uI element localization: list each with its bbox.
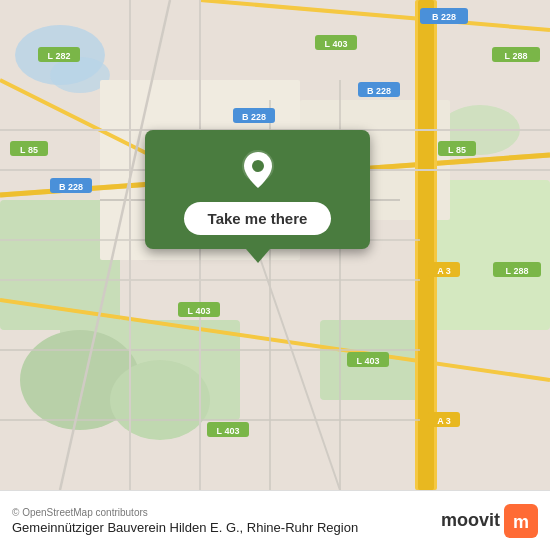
moovit-text: moovit — [441, 510, 500, 531]
svg-text:L 85: L 85 — [20, 145, 38, 155]
svg-text:L 403: L 403 — [217, 426, 240, 436]
bottom-text-group: © OpenStreetMap contributors Gemeinnützi… — [12, 507, 358, 535]
svg-text:L 282: L 282 — [48, 51, 71, 61]
svg-text:B 228: B 228 — [432, 12, 456, 22]
map-container: B 228 L 282 L 403 B 228 L 288 L 85 B 228… — [0, 0, 550, 490]
svg-text:L 288: L 288 — [506, 266, 529, 276]
svg-text:A 3: A 3 — [437, 266, 451, 276]
svg-text:L 288: L 288 — [505, 51, 528, 61]
svg-text:A 3: A 3 — [437, 416, 451, 426]
svg-text:L 85: L 85 — [448, 145, 466, 155]
svg-text:L 403: L 403 — [357, 356, 380, 366]
svg-point-7 — [110, 360, 210, 440]
take-me-there-button[interactable]: Take me there — [184, 202, 332, 235]
svg-point-64 — [252, 160, 264, 172]
copyright-text: © OpenStreetMap contributors — [12, 507, 358, 518]
popup-overlay: Take me there — [145, 130, 370, 249]
svg-text:B 228: B 228 — [242, 112, 266, 122]
svg-text:B 228: B 228 — [367, 86, 391, 96]
location-title: Gemeinnütziger Bauverein Hilden E. G., R… — [12, 520, 358, 535]
svg-text:L 403: L 403 — [188, 306, 211, 316]
bottom-bar: © OpenStreetMap contributors Gemeinnützi… — [0, 490, 550, 550]
svg-text:L 403: L 403 — [325, 39, 348, 49]
moovit-brand-icon: m — [504, 504, 538, 538]
moovit-logo: moovit m — [441, 504, 538, 538]
svg-text:B 228: B 228 — [59, 182, 83, 192]
location-pin-icon — [236, 148, 280, 192]
svg-text:m: m — [513, 512, 529, 532]
